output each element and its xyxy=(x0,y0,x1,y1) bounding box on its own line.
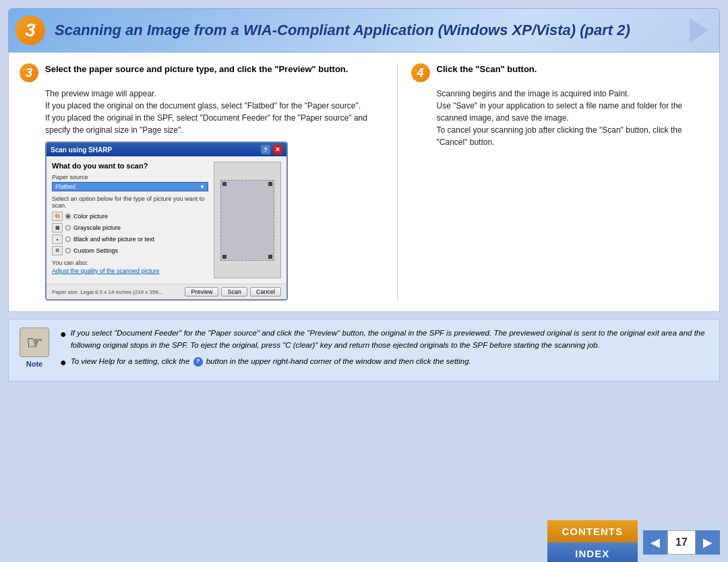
dialog-paper-source-value: Flatbed xyxy=(55,183,75,190)
note-bullet-1: ● If you select "Document Feeder" for th… xyxy=(60,327,708,352)
dialog-left-panel: What do you want to scan? Paper source F… xyxy=(52,162,208,278)
dialog-radio-bw[interactable]: ▪ Black and white picture or text xyxy=(52,235,208,244)
dialog-radio-icon-grayscale: ▩ xyxy=(52,223,63,232)
dialog-you-can-also: You can also: xyxy=(52,259,208,266)
note-bullet-dot-1: ● xyxy=(60,327,67,352)
dialog-help-icon[interactable]: ? xyxy=(261,145,270,154)
step4-line3: To cancel your scanning job after clicki… xyxy=(437,124,708,148)
dialog-preview-panel xyxy=(214,162,281,278)
step4-header: 4 Click the "Scan" button. xyxy=(411,63,708,82)
dialog-corner-bl xyxy=(222,255,226,259)
header-arrow-icon xyxy=(690,18,708,42)
dialog-preview-button[interactable]: Preview xyxy=(185,287,218,296)
step3-body: The preview image will appear. If you pl… xyxy=(45,88,384,136)
two-column-layout: 3 Select the paper source and picture ty… xyxy=(20,63,708,301)
step3-header: 3 Select the paper source and picture ty… xyxy=(20,63,384,82)
dialog-body: What do you want to scan? Paper source F… xyxy=(47,156,286,284)
nav-buttons-group: CONTENTS INDEX xyxy=(547,520,638,562)
step4-column: 4 Click the "Scan" button. Scanning begi… xyxy=(397,63,708,301)
note-bullet-text-1: If you select "Document Feeder" for the … xyxy=(71,327,708,352)
prev-page-button[interactable]: ◀ xyxy=(643,530,667,555)
step4-number: 4 xyxy=(411,63,430,82)
step4-line2: Use "Save" in your application to select… xyxy=(437,100,708,124)
next-page-button[interactable]: ▶ xyxy=(696,530,720,555)
note-icon-area: ☞ Note xyxy=(20,327,49,368)
dialog-scan-button[interactable]: Scan xyxy=(221,287,247,296)
dialog-heading: What do you want to scan? xyxy=(52,162,208,170)
dialog-radio-circle-bw xyxy=(65,237,71,242)
step3-number: 3 xyxy=(20,63,38,82)
scan-dialog: Scan using SHARP ? ✕ What do you want to… xyxy=(45,142,288,301)
note-hand-icon: ☞ xyxy=(20,327,49,357)
dialog-radio-custom[interactable]: ⚙ Custom Settings xyxy=(52,246,208,255)
dialog-titlebar-icons: ? ✕ xyxy=(261,145,282,154)
step4-body: Scanning begins and the image is acquire… xyxy=(437,88,708,148)
note-content: ● If you select "Document Feeder" for th… xyxy=(60,327,708,373)
dialog-radio-group: 🎨 Color picture ▩ Grayscale picture ▪ xyxy=(52,212,208,255)
dialog-radio-label-color: Color picture xyxy=(73,213,108,220)
dialog-title-text: Scan using SHARP xyxy=(51,146,112,154)
dialog-buttons: Preview Scan Cancel xyxy=(185,287,281,296)
dialog-picture-type-label: Select an option below for the type of p… xyxy=(52,195,208,209)
dialog-close-icon[interactable]: ✕ xyxy=(273,145,282,154)
dialog-radio-circle-color xyxy=(65,214,71,219)
chapter-number: 3 xyxy=(16,15,45,45)
dialog-radio-color[interactable]: 🎨 Color picture xyxy=(52,212,208,221)
note-bullet-dot-2: ● xyxy=(60,356,67,369)
note-section: ☞ Note ● If you select "Document Feeder"… xyxy=(8,319,720,381)
dialog-adjust-link[interactable]: Adjust the quality of the scanned pictur… xyxy=(52,268,208,274)
help-q-badge: ? xyxy=(193,357,203,367)
step3-column: 3 Select the paper source and picture ty… xyxy=(20,63,384,301)
dialog-corner-tr xyxy=(268,182,272,186)
dialog-preview-inner xyxy=(220,180,274,261)
dialog-footer: Paper size: Legal 8.5 x 14 inches (216 x… xyxy=(47,284,286,299)
step3-line1: The preview image will appear. xyxy=(45,88,384,100)
dialog-corner-br xyxy=(268,255,272,259)
note-bullet-2: ● To view Help for a setting, click the … xyxy=(60,356,708,369)
chapter-title: Scanning an Image from a WIA-Compliant A… xyxy=(55,22,630,39)
contents-button[interactable]: CONTENTS xyxy=(547,520,638,542)
dialog-radio-circle-grayscale xyxy=(65,225,71,230)
dialog-footer-text: Paper size: Legal 8.5 x 14 inches (216 x… xyxy=(52,289,163,295)
step3-title: Select the paper source and picture type… xyxy=(45,63,348,75)
note-label: Note xyxy=(26,360,42,368)
main-content: 3 Select the paper source and picture ty… xyxy=(8,53,720,312)
dialog-radio-circle-custom xyxy=(65,248,71,253)
dialog-paper-source-select[interactable]: Flatbed ▼ xyxy=(52,182,208,191)
dialog-radio-label-custom: Custom Settings xyxy=(73,247,118,254)
dialog-radio-label-bw: Black and white picture or text xyxy=(73,236,154,243)
step4-title: Click the "Scan" button. xyxy=(437,63,537,75)
page-header: 3 Scanning an Image from a WIA-Compliant… xyxy=(8,8,720,53)
dialog-radio-grayscale[interactable]: ▩ Grayscale picture xyxy=(52,223,208,232)
dialog-radio-icon-custom: ⚙ xyxy=(52,246,63,255)
dialog-select-arrow-icon: ▼ xyxy=(200,184,205,190)
step4-line1: Scanning begins and the image is acquire… xyxy=(437,88,708,100)
step3-line2: If you placed the original on the docume… xyxy=(45,100,384,112)
dialog-titlebar: Scan using SHARP ? ✕ xyxy=(47,143,286,156)
page-number: 17 xyxy=(667,530,696,555)
step3-line3: If you placed the original in the SPF, s… xyxy=(45,112,384,136)
index-button[interactable]: INDEX xyxy=(547,542,638,562)
dialog-radio-icon-color: 🎨 xyxy=(52,212,63,221)
bottom-bar: CONTENTS INDEX ◀ 17 ▶ xyxy=(0,523,728,562)
dialog-radio-label-grayscale: Grayscale picture xyxy=(73,224,121,231)
dialog-radio-icon-bw: ▪ xyxy=(52,235,63,244)
note-bullet-text-2: To view Help for a setting, click the ? … xyxy=(71,356,471,369)
dialog-paper-source-label: Paper source xyxy=(52,174,208,181)
dialog-corner-tl xyxy=(222,182,226,186)
dialog-cancel-button[interactable]: Cancel xyxy=(250,287,281,296)
